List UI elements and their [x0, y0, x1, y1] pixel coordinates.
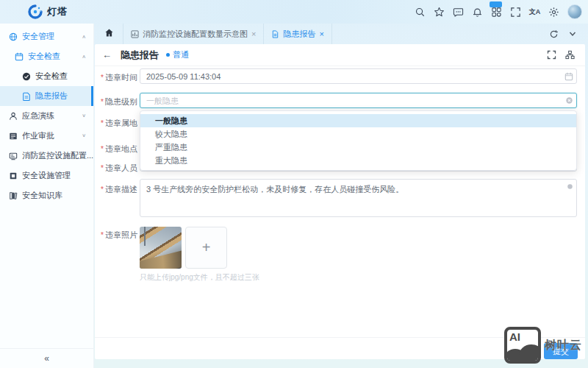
watermark: AI 树叶云: [504, 327, 582, 364]
chevron-up-icon: ∧: [82, 54, 86, 59]
sidebar-item-label: 安全检查: [28, 51, 60, 62]
required-mark: *: [101, 231, 104, 239]
field-label-time: *违章时间: [95, 72, 137, 83]
page-header-actions: [547, 50, 575, 60]
page-title: 隐患报告: [121, 49, 159, 62]
apps-grid-icon[interactable]: [491, 7, 502, 18]
sidebar-item-label: 作业审批: [22, 130, 54, 141]
sitemap-icon[interactable]: [565, 50, 575, 60]
calendar-input-icon[interactable]: [564, 71, 573, 81]
photo-hint-text: 只能上传jpg/png文件，且不超过三张: [140, 272, 259, 283]
chevron-down-icon: ∨: [82, 133, 86, 138]
sidebar-item-safety-management[interactable]: 安全管理 ∧: [0, 26, 93, 46]
tab-label: 消防监控设施配置数量示意图: [143, 29, 248, 40]
topbar: 灯塔 文A: [0, 0, 588, 24]
apps-grid-badge: [490, 1, 502, 7]
sidebar-item-hazard-report[interactable]: 隐患报告: [0, 86, 93, 106]
textarea-corner-icon: [565, 182, 575, 191]
clear-circle-icon[interactable]: [564, 96, 574, 105]
close-icon[interactable]: ×: [251, 29, 256, 38]
tab-fire-monitor-diagram[interactable]: 消防监控设施配置数量示意图 ×: [123, 24, 264, 44]
sidebar-item-work-approval[interactable]: 作业审批 ∨: [0, 126, 93, 146]
field-label-location: *违章地点: [95, 144, 137, 155]
content-card: ← 隐患报告 普通 *违章时间 *隐患级别: [95, 44, 585, 359]
status-dot: [166, 53, 170, 57]
desc-textarea[interactable]: 3 号生产线旁的安全防护栏松动，未及时修复，存在人员碰撞受伤风险。: [140, 179, 577, 217]
level-select-input[interactable]: [140, 93, 577, 108]
level-dropdown-panel: 一般隐患 较大隐患 严重隐患 重大隐患: [140, 110, 577, 171]
sidebar-item-fire-monitor-config[interactable]: 消防监控设施配置...: [0, 146, 93, 166]
sidebar-item-safety-check[interactable]: 安全检查: [0, 66, 93, 86]
sidebar: 安全管理 ∧ 安全检查 ∧ 安全检查 隐患报告 应急演练 ∨: [0, 24, 94, 368]
close-icon[interactable]: ×: [319, 29, 323, 38]
translate-icon[interactable]: 文A: [529, 7, 540, 18]
field-label-person: *违章人员: [95, 163, 137, 174]
refresh-icon[interactable]: [548, 29, 559, 39]
collapse-icon: «: [44, 353, 49, 364]
user-avatar[interactable]: [567, 4, 582, 19]
dropdown-option-critical[interactable]: 重大隐患: [140, 154, 576, 167]
status-label: 普通: [173, 49, 189, 60]
tab-hazard-report[interactable]: 隐患报告 ×: [264, 24, 331, 44]
sidebar-item-safety-facility[interactable]: 安全设施管理: [0, 166, 93, 185]
field-label-level: *隐患级别: [95, 96, 137, 107]
doc-tab-icon: [271, 30, 279, 38]
chevron-down-icon: ∨: [82, 113, 86, 118]
field-label-desc: *违章描述: [95, 184, 137, 195]
sidebar-item-label: 安全管理: [22, 31, 54, 42]
field-label-photo: *违章照片: [95, 230, 137, 241]
star-icon[interactable]: [434, 7, 445, 18]
sidebar-collapse-button[interactable]: «: [0, 348, 93, 368]
fullscreen-icon[interactable]: [510, 7, 521, 18]
chevron-down-icon[interactable]: [567, 29, 578, 39]
photo-upload-button[interactable]: +: [185, 227, 227, 269]
sidebar-item-label: 安全检查: [35, 71, 68, 82]
approval-doc-icon: [9, 132, 18, 141]
app-logo[interactable]: 灯塔: [28, 4, 68, 19]
expand-icon[interactable]: [547, 50, 556, 60]
gear-icon[interactable]: [548, 7, 559, 18]
chevron-up-icon: ∧: [82, 34, 86, 39]
globe-icon: [9, 32, 18, 41]
topbar-actions: 文A: [415, 0, 582, 24]
ai-image-icon: AI: [504, 327, 541, 364]
plus-icon: +: [202, 239, 211, 256]
sidebar-item-label: 消防监控设施配置...: [22, 150, 93, 161]
sidebar-item-label: 隐患报告: [35, 91, 68, 102]
tabbar: 消防监控设施配置数量示意图 × 隐患报告 ×: [94, 24, 588, 44]
sidebar-item-label: 应急演练: [22, 110, 54, 121]
chart-tab-icon: [131, 30, 139, 38]
photo-thumbnail[interactable]: [140, 227, 182, 269]
search-icon[interactable]: [415, 7, 426, 18]
watermark-text: 树叶云: [545, 338, 582, 353]
sidebar-item-emergency-drill[interactable]: 应急演练 ∨: [0, 106, 93, 126]
page-header: ← 隐患报告 普通: [95, 44, 585, 66]
status-badge: 普通: [166, 49, 189, 60]
time-input[interactable]: [140, 68, 577, 84]
field-label-area: *违章属地: [95, 118, 137, 129]
mountain-shape: [519, 344, 538, 361]
dropdown-option-general[interactable]: 一般隐患: [140, 114, 576, 127]
sidebar-item-knowledge-base[interactable]: 安全知识库: [0, 185, 93, 205]
facility-icon: [9, 171, 18, 180]
required-mark: *: [101, 145, 104, 153]
required-mark: *: [101, 164, 104, 172]
home-tab-icon[interactable]: [104, 27, 114, 40]
sidebar-item-label: 安全知识库: [22, 190, 62, 201]
check-circle-icon: [22, 72, 31, 81]
book-icon: [9, 191, 18, 200]
sidebar-item-safety-inspection-group[interactable]: 安全检查 ∧: [0, 46, 93, 66]
tabbar-actions: [548, 29, 578, 39]
required-mark: *: [101, 119, 104, 127]
required-mark: *: [101, 98, 104, 106]
back-button[interactable]: ←: [102, 49, 112, 60]
required-mark: *: [101, 74, 104, 82]
app-title: 灯塔: [47, 5, 68, 18]
message-icon[interactable]: [453, 7, 464, 18]
bell-icon[interactable]: [472, 7, 483, 18]
ai-label: AI: [509, 330, 520, 343]
dropdown-option-serious[interactable]: 严重隐患: [140, 141, 576, 154]
dropdown-option-major[interactable]: 较大隐患: [140, 127, 576, 141]
tab-label: 隐患报告: [283, 29, 315, 40]
app-window: 灯塔 文A: [0, 0, 588, 368]
